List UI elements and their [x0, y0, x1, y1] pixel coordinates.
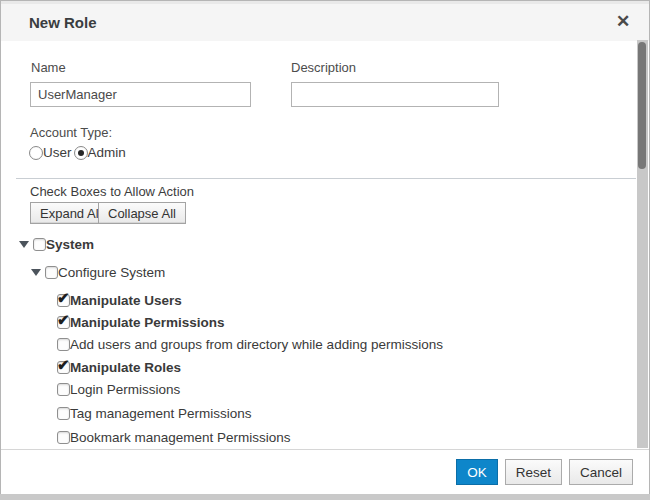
tree-item-manipulate-roles: Manipulate Roles — [57, 357, 181, 377]
tree-item-tag-management: Tag management Permissions — [57, 403, 252, 423]
tree-item-manipulate-permissions: Manipulate Permissions — [57, 312, 225, 332]
tree-item-bookmark-management: Bookmark management Permissions — [57, 427, 291, 447]
tree-item-add-users-groups: Add users and groups from directory whil… — [57, 334, 443, 354]
page-backdrop: New Role ✕ Name Description Account Type… — [0, 0, 650, 500]
tree-item-label[interactable]: Add users and groups from directory whil… — [70, 337, 443, 352]
tree-item-label[interactable]: Bookmark management Permissions — [70, 430, 291, 445]
reset-button[interactable]: Reset — [505, 459, 562, 485]
dialog-header: New Role — [1, 4, 649, 41]
dialog-footer: OK Reset Cancel — [1, 449, 649, 494]
tree-item-label[interactable]: Manipulate Roles — [70, 360, 181, 375]
cancel-button[interactable]: Cancel — [569, 459, 633, 485]
tree-item-login-permissions: Login Permissions — [57, 379, 180, 399]
tree-item-label[interactable]: Tag management Permissions — [70, 406, 252, 421]
checkbox-login-permissions[interactable] — [57, 383, 70, 396]
tree-item-system: System — [19, 234, 94, 254]
scrollbar-thumb[interactable] — [638, 42, 646, 169]
collapse-arrow-icon[interactable] — [19, 241, 29, 248]
collapse-arrow-icon[interactable] — [31, 269, 41, 276]
tree-item-label[interactable]: Manipulate Permissions — [70, 315, 225, 330]
tree-item-label[interactable]: Login Permissions — [70, 382, 180, 397]
dialog-title: New Role — [29, 14, 97, 31]
tree-item-label[interactable]: System — [46, 237, 94, 252]
new-role-dialog: New Role ✕ Name Description Account Type… — [0, 0, 650, 494]
checkbox-manipulate-users[interactable] — [57, 294, 70, 307]
close-icon[interactable]: ✕ — [611, 9, 635, 33]
tree-item-label[interactable]: Manipulate Users — [70, 293, 182, 308]
checkbox-system[interactable] — [33, 238, 46, 251]
checkbox-tag-management[interactable] — [57, 407, 70, 420]
permissions-tree: System Configure System Manipulate Users… — [1, 41, 650, 449]
checkbox-configure-system[interactable] — [45, 266, 58, 279]
vertical-scrollbar[interactable] — [637, 40, 648, 448]
checkbox-manipulate-roles[interactable] — [57, 361, 70, 374]
checkbox-manipulate-permissions[interactable] — [57, 316, 70, 329]
tree-item-label[interactable]: Configure System — [58, 265, 165, 280]
ok-button[interactable]: OK — [456, 459, 498, 485]
tree-item-manipulate-users: Manipulate Users — [57, 290, 182, 310]
checkbox-bookmark-management[interactable] — [57, 431, 70, 444]
checkbox-add-users-groups[interactable] — [57, 338, 70, 351]
tree-item-configure-system: Configure System — [31, 262, 165, 282]
